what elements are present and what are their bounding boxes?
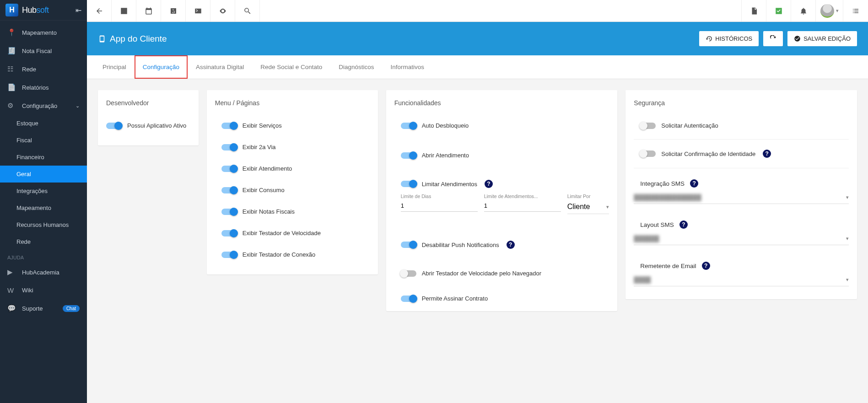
sidebar-help-hubacademia[interactable]: ▶HubAcademia [0, 263, 87, 281]
toggle-switch[interactable] [221, 209, 237, 215]
toggle-switch[interactable] [106, 123, 122, 129]
section-label: Integração SMS [640, 180, 685, 187]
bell-button[interactable] [791, 0, 816, 21]
toggle-exibir-conntest: Exibir Testador de Conexão [215, 244, 370, 265]
toggle-switch[interactable] [221, 252, 237, 258]
toggle-switch[interactable] [221, 166, 237, 172]
sidebar-item-relatorios[interactable]: 📄Relatórios [0, 78, 87, 97]
label-layout-sms: Layout SMS? [634, 220, 849, 229]
calendar-button[interactable] [136, 0, 161, 21]
toggle-label: Exibir Testador de Velocidade [243, 230, 321, 236]
toggle-label: Auto Desbloqueio [422, 122, 469, 129]
toggle-switch[interactable] [401, 181, 416, 187]
tab-configuracao[interactable]: Configuração [135, 55, 188, 79]
chat-icon: 💬 [7, 304, 16, 312]
toggle-switch[interactable] [401, 123, 416, 129]
money-button[interactable] [161, 0, 186, 21]
label-remetente-email: Remetente de Email? [634, 262, 849, 270]
pdf-button[interactable] [742, 0, 766, 21]
toggle-exibir-servicos: Exibir Serviços [215, 115, 370, 136]
sidebar-item-label: Wiki [22, 287, 33, 294]
toggle-exibir-consumo: Exibir Consumo [215, 179, 370, 201]
sidebar-item-label: HubAcademia [22, 269, 59, 276]
select-remetente-email[interactable]: ████▾ [634, 274, 849, 286]
brand-logo[interactable]: H Hubsoft ⇤ [0, 0, 87, 21]
refresh-button[interactable] [763, 31, 783, 46]
sidebar-help-wiki[interactable]: WWiki [0, 281, 87, 299]
toggle-switch[interactable] [221, 144, 237, 150]
tab-rede-social[interactable]: Rede Social e Contato [252, 55, 330, 79]
toggle-switch[interactable] [401, 152, 416, 159]
sidebar-sub-integracoes[interactable]: Integrações [0, 183, 87, 199]
input-limite-atend[interactable] [484, 200, 561, 212]
section-label: Remetente de Email [640, 263, 696, 269]
eye-button[interactable] [210, 0, 235, 21]
help-icon[interactable]: ? [702, 262, 710, 270]
select-layout-sms[interactable]: ██████▾ [634, 232, 849, 245]
tab-informativos[interactable]: Informativos [383, 55, 433, 79]
user-avatar-button[interactable]: ▾ [816, 0, 843, 21]
menu-button[interactable] [843, 0, 868, 21]
toggle-label: Exibir Consumo [243, 187, 285, 193]
history-button[interactable]: HISTÓRICOS [699, 31, 759, 46]
toggle-switch[interactable] [640, 123, 656, 129]
sidebar-sub-financeiro[interactable]: Financeiro [0, 149, 87, 166]
person-button[interactable] [112, 0, 136, 21]
sidebar-sub-fiscal[interactable]: Fiscal [0, 132, 87, 149]
search-button[interactable] [235, 0, 260, 21]
calendar-icon [145, 7, 153, 15]
toggle-exibir-speedtest: Exibir Testador de Velocidade [215, 222, 370, 244]
toggle-desabilitar-push: Desabilitar Push Notifications? [394, 222, 609, 256]
toggle-solicitar-auth: Solicitar Autenticação [634, 115, 849, 140]
sidebar-item-configuracao[interactable]: ⚙Configuração⌄ [0, 97, 87, 115]
toggle-abrir-testador-nav: Abrir Testador de Velocidade pelo Navega… [394, 256, 609, 284]
main: ▾ App do Cliente HISTÓRICOS SALVAR EDIÇÃ… [87, 0, 868, 403]
select-integracao-sms[interactable]: ████████████████▾ [634, 191, 849, 204]
back-button[interactable] [87, 0, 112, 21]
terminal-button[interactable] [186, 0, 210, 21]
sidebar-sub-estoque[interactable]: Estoque [0, 115, 87, 132]
phone-icon [98, 35, 106, 43]
sidebar-sub-mapeamento[interactable]: Mapeamento [0, 199, 87, 216]
check-button[interactable] [766, 0, 791, 21]
sidebar-collapse-icon[interactable]: ⇤ [75, 6, 81, 15]
toggle-switch[interactable] [221, 187, 237, 193]
chevron-down-icon: ▾ [836, 8, 839, 14]
select-limitar-por[interactable]: Cliente▾ [567, 200, 609, 214]
sidebar-item-notafiscal[interactable]: 🧾Nota Fiscal [0, 42, 87, 60]
chevron-down-icon: ▾ [846, 236, 849, 242]
tab-assinatura[interactable]: Assinatura Digital [188, 55, 252, 79]
tab-principal[interactable]: Principal [94, 55, 135, 79]
toggle-abrir-atendimento: Abrir Atendimento [394, 136, 609, 166]
section-label: Layout SMS [640, 221, 674, 228]
toggle-switch[interactable] [401, 242, 416, 248]
topbar: ▾ [87, 0, 868, 22]
toggle-switch[interactable] [640, 150, 656, 157]
sidebar-item-mapeamento[interactable]: 📍Mapeamento [0, 23, 87, 42]
help-icon[interactable]: ? [679, 220, 688, 229]
sidebar-item-label: Mapeamento [16, 204, 51, 211]
help-icon[interactable]: ? [507, 241, 515, 249]
save-button[interactable]: SALVAR EDIÇÃO [787, 31, 857, 46]
help-icon[interactable]: ? [763, 150, 771, 158]
toggle-exibir-2avia: Exibir 2a Via [215, 136, 370, 158]
sidebar-help-suporte[interactable]: 💬SuporteChat [0, 299, 87, 317]
tab-diagnosticos[interactable]: Diagnósticos [330, 55, 382, 79]
sidebar-sub-geral[interactable]: Geral [0, 166, 87, 183]
sidebar-item-rede[interactable]: ☷Rede [0, 60, 87, 78]
person-box-icon [120, 7, 128, 15]
toggle-switch[interactable] [401, 296, 416, 302]
page-header: App do Cliente HISTÓRICOS SALVAR EDIÇÃO [87, 22, 868, 55]
toggle-switch[interactable] [221, 123, 237, 129]
input-limite-dias[interactable] [401, 200, 478, 212]
sidebar-sub-rh[interactable]: Recursos Humanos [0, 216, 87, 233]
toggle-label: Exibir Atendimento [243, 165, 292, 172]
toggle-switch[interactable] [401, 270, 416, 277]
help-icon[interactable]: ? [690, 179, 698, 188]
toggle-exibir-atendimento: Exibir Atendimento [215, 158, 370, 179]
card-menu-paginas: Menu / Páginas Exibir Serviços Exibir 2a… [207, 90, 378, 274]
help-icon[interactable]: ? [485, 180, 493, 188]
toggle-switch[interactable] [221, 230, 237, 236]
content: Desenvolvedor Possui Aplicativo Ativo Me… [87, 79, 868, 403]
sidebar-sub-rede[interactable]: Rede [0, 233, 87, 250]
